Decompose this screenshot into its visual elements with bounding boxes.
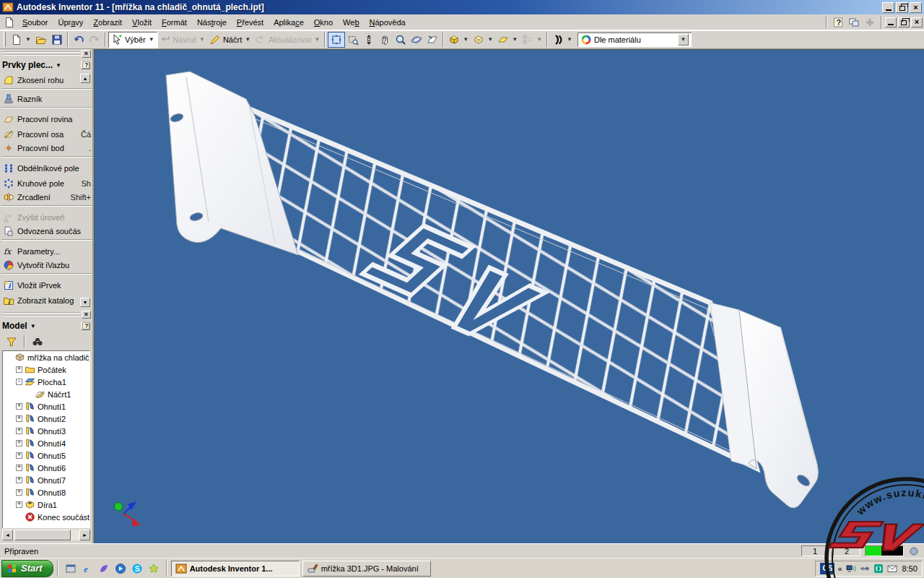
- quick-launch-button[interactable]: [80, 561, 95, 576]
- quick-launch-button[interactable]: [64, 561, 78, 576]
- menu-item[interactable]: Okno: [309, 16, 338, 29]
- panel-help-button[interactable]: [81, 61, 90, 69]
- language-indicator[interactable]: CS: [820, 563, 834, 574]
- help-button[interactable]: [830, 15, 846, 29]
- doc-minimize-button[interactable]: [885, 17, 897, 27]
- doc-restore-button[interactable]: [898, 17, 910, 27]
- tray-icon[interactable]: [886, 563, 898, 574]
- menu-item[interactable]: Soubor: [17, 16, 53, 29]
- feature-tool-item[interactable]: Obdélníkové pole: [1, 160, 92, 176]
- menu-item[interactable]: Vložit: [127, 16, 157, 29]
- toolbar-button[interactable]: ▼: [446, 32, 471, 48]
- tree-expander-icon[interactable]: +: [16, 403, 22, 410]
- toolbar-button[interactable]: [345, 32, 361, 48]
- dropdown-arrow-icon[interactable]: ▼: [487, 36, 493, 43]
- toolbar-button[interactable]: [328, 32, 345, 48]
- close-button[interactable]: ×: [910, 2, 922, 13]
- doc-close-button[interactable]: ×: [911, 17, 923, 27]
- model-tree-item[interactable]: + Díra1: [3, 499, 90, 511]
- feature-tool-item[interactable]: Kruhové pole Sh: [1, 176, 92, 191]
- dropdown-arrow-icon[interactable]: ▼: [678, 34, 689, 46]
- model-tree-item[interactable]: + Ohnutí4: [3, 437, 90, 449]
- dropdown-arrow-icon[interactable]: ▼: [25, 36, 31, 43]
- feature-tool-item[interactable]: Razník: [1, 92, 92, 108]
- scroll-right-button[interactable]: ►: [79, 530, 90, 540]
- tree-expander-icon[interactable]: +: [16, 501, 22, 508]
- menu-item[interactable]: Nápověda: [365, 16, 411, 29]
- tray-icon[interactable]: [873, 563, 884, 574]
- feature-tool-item[interactable]: Zkosení rohu: [1, 74, 92, 89]
- menu-item[interactable]: Převést: [232, 16, 269, 29]
- tree-expander-icon[interactable]: +: [16, 428, 22, 434]
- toolbar-button[interactable]: [33, 32, 49, 48]
- dropdown-arrow-icon[interactable]: ▼: [463, 36, 468, 43]
- toolbar-button[interactable]: ▼: [550, 32, 575, 48]
- dropdown-arrow-icon[interactable]: ▼: [536, 36, 542, 43]
- menu-item[interactable]: Formát: [157, 16, 192, 29]
- scroll-left-button[interactable]: ◄: [2, 530, 13, 540]
- panel-close-button[interactable]: ×: [82, 50, 91, 58]
- model-tree-item[interactable]: + Ohnutí3: [3, 425, 90, 437]
- panel-dropdown-icon[interactable]: ▼: [56, 62, 81, 69]
- model-tree-item[interactable]: + Ohnutí8: [3, 486, 90, 499]
- toolbar-button[interactable]: ▼: [9, 32, 33, 48]
- scroll-up-button[interactable]: ▲: [80, 74, 90, 83]
- model-tree-item[interactable]: + Počátek: [3, 363, 90, 376]
- menu-item[interactable]: Úpravy: [53, 16, 88, 29]
- toolbar-button[interactable]: [409, 32, 424, 48]
- toolbar-button[interactable]: Náčrt ▼: [207, 32, 253, 48]
- toolbar-button[interactable]: ▼: [471, 32, 495, 48]
- tree-expander-icon[interactable]: +: [16, 452, 22, 459]
- feature-tool-item[interactable]: Pracovní rovina: [1, 111, 92, 126]
- toolbar-button[interactable]: [393, 32, 409, 48]
- menu-item[interactable]: Zobrazit: [88, 16, 127, 29]
- toolbar-button[interactable]: Výběr ▼: [108, 32, 157, 48]
- model-tree-item[interactable]: Konec součásti: [3, 511, 90, 523]
- toolbar-button[interactable]: [67, 33, 69, 47]
- scrollbar-thumb[interactable]: [14, 530, 71, 540]
- quick-launch-button[interactable]: [113, 561, 128, 576]
- scroll-down-button[interactable]: ▼: [80, 298, 90, 307]
- feature-tool-item[interactable]: Vložit iPrvek: [1, 277, 92, 293]
- toolbar-button[interactable]: [49, 32, 65, 48]
- dropdown-arrow-icon[interactable]: ▼: [149, 36, 154, 43]
- quick-launch-button[interactable]: [130, 561, 144, 576]
- tray-chevron-icon[interactable]: «: [837, 564, 842, 573]
- toolbar-button[interactable]: [71, 32, 87, 48]
- feature-tool-item[interactable]: Zvýšit úroveň: [1, 210, 92, 225]
- tree-expander-icon[interactable]: +: [16, 440, 22, 447]
- 3d-viewport[interactable]: [94, 49, 924, 543]
- tree-expander-icon[interactable]: +: [16, 366, 22, 373]
- feature-tool-item[interactable]: Pracovní osa Čá: [1, 126, 92, 142]
- tree-expander-icon[interactable]: +: [16, 415, 22, 422]
- feature-tool-item[interactable]: Parametry...: [1, 243, 92, 259]
- panel-grip[interactable]: ×: [0, 49, 92, 58]
- model-tree-item[interactable]: + Ohnutí5: [3, 449, 90, 462]
- dropdown-arrow-icon[interactable]: ▼: [199, 36, 205, 43]
- taskbar-window-button[interactable]: mřížka 3D1.JPG - Malování: [302, 561, 431, 577]
- start-button[interactable]: Start: [1, 560, 53, 577]
- quick-launch-button[interactable]: [97, 561, 111, 576]
- filter-button[interactable]: [3, 335, 20, 349]
- window-switch-button[interactable]: [846, 15, 862, 29]
- model-tree-item[interactable]: + Ohnutí6: [3, 462, 90, 474]
- quick-launch-button[interactable]: [147, 561, 161, 576]
- tree-expander-icon[interactable]: -: [16, 379, 22, 385]
- tray-icon[interactable]: [859, 563, 871, 574]
- model-tree-item[interactable]: + Ohnutí1: [3, 400, 90, 413]
- dropdown-arrow-icon[interactable]: ▼: [567, 36, 572, 43]
- model-tree-item[interactable]: Náčrt1: [3, 388, 90, 400]
- toolbar-button[interactable]: [361, 32, 377, 48]
- toolbar-button[interactable]: [324, 33, 326, 47]
- toolbar-button[interactable]: [546, 33, 548, 47]
- toolbar-button[interactable]: [377, 32, 393, 48]
- feature-tool-item[interactable]: Pracovní bod .: [1, 142, 92, 157]
- dropdown-arrow-icon[interactable]: ▼: [245, 36, 250, 43]
- tree-expander-icon[interactable]: +: [16, 465, 22, 471]
- feature-tool-item[interactable]: Zrcadlení Shift+: [1, 191, 92, 206]
- dropdown-arrow-icon[interactable]: ▼: [512, 36, 518, 43]
- menu-item[interactable]: Aplikace: [269, 16, 309, 29]
- model-tree-item[interactable]: + Ohnutí7: [3, 474, 90, 486]
- toolbar-button[interactable]: [105, 33, 106, 47]
- panel-help-button[interactable]: [81, 322, 90, 330]
